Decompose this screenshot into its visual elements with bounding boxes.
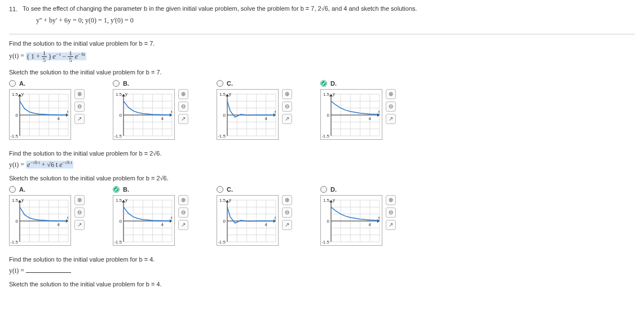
p1-label-c: C. (227, 80, 233, 87)
svg-text:t: t (378, 109, 380, 114)
p1-answer: y(t) = ( 1 + 15 ) e− t − 15 e− 6t (9, 50, 635, 63)
zoom-out-icon[interactable]: ⊖ (178, 207, 188, 218)
svg-text:1.5: 1.5 (219, 92, 226, 97)
p2-radio-b[interactable] (113, 186, 120, 193)
svg-text:0: 0 (223, 219, 226, 224)
p1-radio-a[interactable] (9, 80, 16, 87)
zoom-out-icon[interactable]: ⊖ (282, 101, 292, 112)
zoom-in-icon[interactable]: ⊕ (282, 89, 292, 99)
p2-find: Find the solution to the initial value p… (9, 150, 635, 157)
p2-graph-a: yt1.5-1.540⊕⊖↗ (9, 195, 85, 246)
svg-text:t: t (67, 109, 69, 114)
zoom-out-icon[interactable]: ⊖ (74, 101, 85, 112)
popout-icon[interactable]: ↗ (74, 220, 85, 230)
svg-text:y: y (333, 197, 335, 202)
svg-text:0: 0 (327, 113, 330, 118)
popout-icon[interactable]: ↗ (282, 220, 292, 230)
p2-options: A. yt1.5-1.540⊕⊖↗ B. yt1.5-1.540⊕⊖↗ C. y… (9, 186, 635, 246)
p1-sketch: Sketch the solution to the initial value… (9, 69, 635, 76)
svg-text:y: y (229, 91, 231, 96)
p1-options: A. yt1.5-1.540⊕⊖↗ B. yt1.5-1.540⊕⊖↗ C. y… (9, 80, 635, 140)
zoom-out-icon[interactable]: ⊖ (386, 207, 396, 218)
p1-graph-b: yt1.5-1.540⊕⊖↗ (113, 89, 188, 140)
svg-text:-1.5: -1.5 (218, 134, 226, 139)
zoom-in-icon[interactable]: ⊕ (386, 195, 396, 205)
zoom-out-icon[interactable]: ⊖ (178, 101, 188, 112)
svg-text:-1.5: -1.5 (10, 134, 18, 139)
p1-radio-b[interactable] (113, 80, 120, 87)
svg-text:t: t (171, 109, 173, 114)
zoom-in-icon[interactable]: ⊕ (178, 195, 188, 205)
popout-icon[interactable]: ↗ (74, 114, 85, 124)
svg-text:y: y (333, 91, 335, 96)
popout-icon[interactable]: ↗ (386, 220, 396, 230)
svg-text:1.5: 1.5 (12, 92, 19, 97)
zoom-in-icon[interactable]: ⊕ (74, 89, 85, 99)
svg-text:4: 4 (161, 116, 164, 121)
svg-text:y: y (125, 197, 127, 202)
p2-radio-c[interactable] (217, 186, 223, 193)
svg-text:4: 4 (369, 222, 372, 227)
p2-answer: y(t) = e−√6 t + √6 t e−√6 t (9, 160, 635, 169)
popout-icon[interactable]: ↗ (282, 114, 292, 124)
zoom-in-icon[interactable]: ⊕ (282, 195, 292, 205)
p2-label-b: B. (123, 186, 129, 193)
p3-answer: y(t) = (9, 266, 635, 275)
svg-text:0: 0 (120, 113, 122, 118)
popout-icon[interactable]: ↗ (178, 220, 188, 230)
svg-text:-1.5: -1.5 (321, 240, 329, 245)
svg-text:1.5: 1.5 (12, 198, 19, 203)
svg-text:4: 4 (369, 116, 372, 121)
svg-text:-1.5: -1.5 (321, 134, 329, 139)
zoom-out-icon[interactable]: ⊖ (74, 207, 85, 218)
intro-text: To see the effect of changing the parame… (23, 5, 635, 13)
svg-text:0: 0 (120, 219, 122, 224)
svg-text:4: 4 (58, 116, 60, 121)
p3-sketch: Sketch the solution to the initial value… (9, 281, 635, 288)
svg-text:4: 4 (58, 222, 60, 227)
p1-label-b: B. (123, 80, 129, 87)
popout-icon[interactable]: ↗ (178, 114, 188, 124)
p2-sketch: Sketch the solution to the initial value… (9, 175, 635, 182)
svg-text:-1.5: -1.5 (114, 240, 122, 245)
svg-text:y: y (125, 91, 127, 96)
p2-radio-a[interactable] (9, 186, 16, 193)
p1-label-d: D. (330, 80, 337, 87)
p1-radio-d[interactable] (320, 80, 327, 87)
svg-text:4: 4 (265, 222, 268, 227)
p2-graph-d: yt1.5-1.540⊕⊖↗ (320, 195, 396, 246)
p3-find: Find the solution to the initial value p… (9, 256, 635, 263)
svg-text:y: y (229, 197, 231, 202)
svg-text:t: t (171, 215, 173, 220)
svg-text:0: 0 (327, 219, 330, 224)
zoom-out-icon[interactable]: ⊖ (282, 207, 292, 218)
p1-graph-c: yt1.5-1.540⊕⊖↗ (217, 89, 292, 140)
svg-text:1.5: 1.5 (116, 198, 122, 203)
zoom-out-icon[interactable]: ⊖ (386, 101, 396, 112)
p2-label-a: A. (19, 186, 25, 193)
p2-label-c: C. (227, 186, 233, 193)
p3-ylabel: y(t) = (9, 267, 24, 275)
p2-graph-c: yt1.5-1.540⊕⊖↗ (217, 195, 292, 246)
svg-text:y: y (21, 197, 24, 202)
svg-text:4: 4 (265, 116, 268, 121)
svg-text:t: t (275, 109, 276, 114)
svg-text:1.5: 1.5 (323, 92, 330, 97)
separator (9, 34, 635, 34)
zoom-in-icon[interactable]: ⊕ (386, 89, 396, 99)
svg-text:0: 0 (223, 113, 226, 118)
p2-graph-b: yt1.5-1.540⊕⊖↗ (113, 195, 188, 246)
ode-equation: y'' + by' + 6y = 0; y(0) = 1, y'(0) = 0 (36, 16, 635, 25)
zoom-in-icon[interactable]: ⊕ (178, 89, 188, 99)
p3-blank[interactable] (26, 266, 71, 273)
svg-text:t: t (67, 215, 69, 220)
p1-find: Find the solution to the initial value p… (9, 40, 635, 47)
p2-radio-d[interactable] (320, 186, 327, 193)
popout-icon[interactable]: ↗ (386, 114, 396, 124)
svg-text:1.5: 1.5 (219, 198, 226, 203)
svg-text:1.5: 1.5 (116, 92, 122, 97)
p2-label-d: D. (330, 186, 337, 193)
zoom-in-icon[interactable]: ⊕ (74, 195, 85, 205)
p1-radio-c[interactable] (217, 80, 223, 87)
svg-text:-1.5: -1.5 (114, 134, 122, 139)
